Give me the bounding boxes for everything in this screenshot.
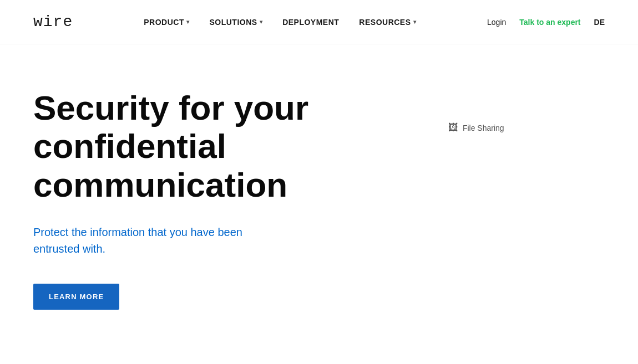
hero-title: Security for your confidential communica… <box>33 89 326 204</box>
logo[interactable]: wire <box>33 13 73 30</box>
chevron-down-icon: ▾ <box>413 19 417 25</box>
nav-item-resources[interactable]: RESOURCES ▾ <box>359 18 416 27</box>
hero-section: Security for your confidential communica… <box>0 44 638 364</box>
logo-text: wire <box>33 13 73 30</box>
main-nav: PRODUCT ▾ SOLUTIONS ▾ DEPLOYMENT RESOURC… <box>144 18 416 27</box>
nav-actions: Login Talk to an expert DE <box>487 18 605 27</box>
nav-deployment-label: DEPLOYMENT <box>282 18 339 27</box>
hero-content: Security for your confidential communica… <box>33 89 348 310</box>
chevron-down-icon: ▾ <box>186 19 190 25</box>
login-link[interactable]: Login <box>487 18 506 27</box>
talk-to-expert-link[interactable]: Talk to an expert <box>519 18 580 27</box>
nav-item-product[interactable]: PRODUCT ▾ <box>144 18 189 27</box>
hero-image-placeholder: 🖼 File Sharing <box>448 122 504 134</box>
chevron-down-icon: ▾ <box>260 19 263 25</box>
hero-image-area: 🖼 File Sharing <box>348 89 605 134</box>
broken-image-icon: 🖼 <box>448 122 458 134</box>
learn-more-button[interactable]: LEARN MORE <box>33 284 119 310</box>
site-header: wire PRODUCT ▾ SOLUTIONS ▾ DEPLOYMENT RE… <box>0 0 638 44</box>
hero-subtitle: Protect the information that you have be… <box>33 224 266 257</box>
nav-solutions-label: SOLUTIONS <box>209 18 257 27</box>
nav-item-solutions[interactable]: SOLUTIONS ▾ <box>209 18 262 27</box>
language-selector[interactable]: DE <box>594 18 605 27</box>
nav-product-label: PRODUCT <box>144 18 184 27</box>
nav-item-deployment[interactable]: DEPLOYMENT <box>282 18 339 27</box>
nav-resources-label: RESOURCES <box>359 18 411 27</box>
image-alt-text: File Sharing <box>463 124 504 132</box>
